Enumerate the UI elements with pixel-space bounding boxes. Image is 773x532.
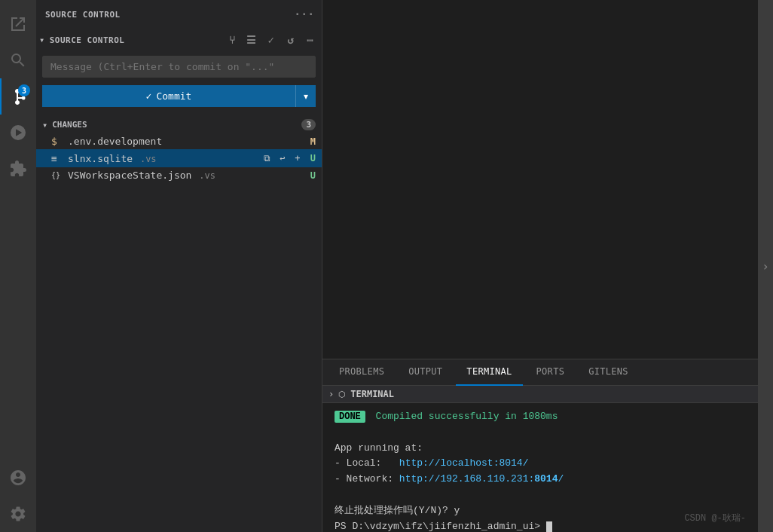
run-icon[interactable] (0, 115, 36, 151)
file-item[interactable]: ≡ slnx.sqlite .vs ⧉ ↩ + U (36, 149, 322, 167)
terminal-expand-icon[interactable]: › (328, 389, 334, 399)
commit-checkmark-icon: ✓ (146, 90, 152, 102)
sidebar-more-button[interactable]: ··· (296, 6, 313, 23)
open-file-icon[interactable]: ⧉ (261, 151, 274, 165)
panel-tabs-list: PROBLEMS OUTPUT TERMINAL PORTS GITLENS (328, 359, 639, 386)
compile-done-line: DONE Compiled successfully in 1080ms (335, 409, 746, 425)
sc-list-icon[interactable]: ☰ (243, 32, 260, 48)
settings-icon[interactable] (0, 496, 36, 532)
sidebar-title: SOURCE CONTROL (45, 10, 121, 20)
tab-ports[interactable]: PORTS (526, 359, 576, 386)
changes-header[interactable]: ▾ Changes 3 (36, 116, 322, 133)
main-area: PROBLEMS OUTPUT TERMINAL PORTS GITLENS ›… (322, 0, 758, 532)
message-input-container (42, 56, 316, 78)
network-url: http://192.168.110.231:8014/ (399, 473, 564, 485)
editor-area (322, 0, 758, 359)
sc-check-icon[interactable]: ✓ (263, 32, 280, 48)
terminal-content[interactable]: DONE Compiled successfully in 1080ms App… (322, 403, 758, 532)
env-file-name: .env.development (68, 136, 304, 147)
json-file-name: VSWorkspaceState.json .vs (68, 170, 304, 181)
changes-label: Changes (52, 120, 87, 130)
tab-terminal[interactable]: TERMINAL (456, 359, 522, 386)
tab-problems[interactable]: PROBLEMS (328, 359, 395, 386)
sidebar: SOURCE CONTROL ··· ▾ SOURCE CONTROL ⑂ ☰ … (36, 0, 322, 532)
source-control-badge: 3 (18, 84, 30, 96)
file-item[interactable]: $ .env.development M (36, 133, 322, 149)
chevron-right-icon: › (762, 259, 769, 274)
sqlite-file-name: slnx.sqlite .vs (68, 153, 261, 164)
sc-more-icon[interactable]: ⋯ (302, 32, 319, 48)
blank-line-2 (335, 488, 746, 503)
blank-line-1 (335, 425, 746, 441)
json-file-status: U (310, 170, 316, 181)
commit-dropdown-button[interactable]: ▾ (295, 85, 316, 107)
sqlite-file-status: U (310, 153, 316, 164)
changes-chevron-icon: ▾ (42, 120, 47, 130)
sc-chevron-down-icon: ▾ (39, 35, 45, 45)
extensions-icon[interactable] (0, 151, 36, 187)
local-url: http://localhost:8014/ (399, 457, 529, 469)
terminal-icon: ⬡ (338, 390, 346, 399)
app-running-line: App running at: (335, 441, 746, 457)
source-control-activity-icon[interactable]: 3 (0, 78, 36, 115)
sidebar-top-header: SOURCE CONTROL ··· (36, 0, 322, 29)
compile-text: Compiled successfully in 1080ms (370, 411, 558, 422)
env-file-status: M (310, 136, 316, 147)
network-port: 8014 (534, 473, 558, 485)
panel: PROBLEMS OUTPUT TERMINAL PORTS GITLENS ›… (322, 359, 758, 532)
panel-tabs: PROBLEMS OUTPUT TERMINAL PORTS GITLENS (322, 359, 758, 386)
commit-message-input[interactable] (42, 56, 316, 78)
watermark: CSDN @-耿瑞- (684, 512, 746, 524)
tab-gitlens[interactable]: GITLENS (578, 359, 639, 386)
discard-changes-icon[interactable]: ↩ (276, 151, 289, 165)
env-file-icon: $ (51, 136, 65, 147)
file-item[interactable]: {} VSWorkspaceState.json .vs U (36, 167, 322, 183)
commit-button-container: ✓ Commit ▾ (42, 85, 316, 107)
sc-refresh-icon[interactable]: ↺ (283, 32, 299, 48)
cursor (546, 521, 552, 532)
explorer-icon[interactable] (0, 6, 36, 42)
sc-section-title: SOURCE CONTROL (50, 35, 125, 45)
right-panel-toggle[interactable]: › (758, 0, 773, 532)
file-item-actions: ⧉ ↩ + (261, 151, 304, 165)
sc-branch-icon[interactable]: ⑂ (224, 32, 240, 48)
commit-button-label: Commit (156, 90, 191, 102)
activity-bar: 3 (0, 0, 36, 532)
terminal-section-header: › ⬡ TERMINAL (322, 386, 758, 403)
done-badge: DONE (335, 411, 365, 423)
tab-output[interactable]: OUTPUT (398, 359, 453, 386)
terminal-section-label: TERMINAL (350, 389, 394, 399)
sqlite-file-ext: .vs (140, 154, 157, 164)
sqlite-file-icon: ≡ (51, 153, 65, 164)
json-file-ext: .vs (199, 170, 215, 181)
accounts-icon[interactable] (0, 460, 36, 496)
network-url-line: - Network: http://192.168.110.231:8014/ (335, 472, 746, 488)
search-icon[interactable] (0, 42, 36, 78)
changes-section: ▾ Changes 3 $ .env.development M ≡ slnx.… (36, 116, 322, 183)
json-file-icon: {} (51, 171, 65, 179)
commit-main-button[interactable]: ✓ Commit (42, 85, 295, 107)
local-url-line: - Local: http://localhost:8014/ (335, 456, 746, 472)
stage-changes-icon[interactable]: + (291, 151, 304, 165)
changes-count-badge: 3 (301, 119, 316, 130)
sc-section-header[interactable]: ▾ SOURCE CONTROL ⑂ ☰ ✓ ↺ ⋯ (36, 29, 322, 51)
